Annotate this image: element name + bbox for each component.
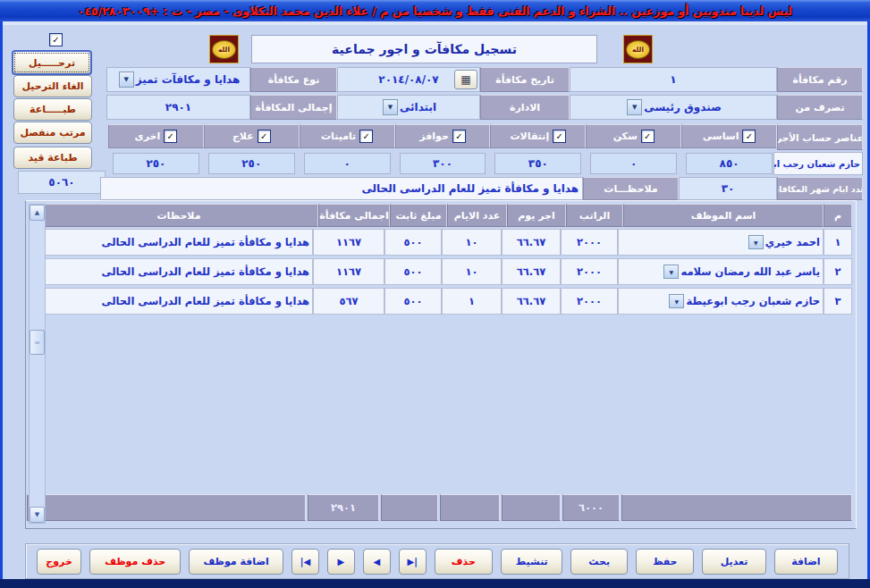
incentives-checkbox[interactable]: ✓ [452,130,466,143]
nav-prev-button[interactable]: ◀ [363,549,391,575]
row-fixed: ٥٠٠ [384,229,442,256]
row-name: ياسر عبد الله رمضان سلامه [680,265,820,278]
row-name-combo[interactable]: احمد خيري ▼ [618,229,824,256]
row-salary: ٢٠٠٠ [561,229,618,256]
days-count-label: عدد ايام شهر المكافاة [777,177,863,200]
titlebar-strip [3,21,867,25]
row-name: حازم شعبان رجب ابوعيطة [686,295,820,307]
chevron-down-icon[interactable]: ▼ [663,265,679,279]
delete-employee-button[interactable]: حذف موظف [89,549,181,575]
edit-button[interactable]: تعديل [702,549,765,575]
header-name: اسم الموظف [623,204,824,227]
nav-next-button[interactable]: ▶ [327,549,355,575]
allah-logo-left: الله [623,35,653,63]
row-name-combo[interactable]: ياسر عبد الله رمضان سلامه ▼ [618,258,824,285]
wage-value-treatment[interactable]: ٢٥٠ [208,153,295,174]
scrollbar-thumb[interactable]: ≡ [30,330,45,355]
chevron-down-icon[interactable]: ▼ [119,71,134,88]
employee-name-side-field: حازم شعبان رجب ابوعيطة [773,152,863,175]
basic-checkbox[interactable]: ✓ [742,130,756,143]
header-fixed: مبلغ ثابت [390,204,447,227]
form-title: تسجيل مكافآت و اجور جماعية [251,35,597,63]
notes-label: ملاحظـــات [583,177,679,200]
delete-button[interactable]: حذف [435,549,494,575]
add-button[interactable]: اضافة [774,549,838,575]
separate-salary-button[interactable]: مرتب منفصل [13,122,92,144]
summary-empty [440,494,500,521]
check-icon: ✓ [644,131,651,141]
table-header-row: م اسم الموظف الراتب اجر يوم عدد الايام م… [45,204,852,227]
header-days: عدد الايام [447,204,507,227]
check-icon: ✓ [746,131,753,141]
wage-value-other[interactable]: ٢٥٠ [113,153,199,174]
row-name-combo[interactable]: حازم شعبان رجب ابوعيطة ▼ [618,288,824,315]
chevron-down-icon[interactable]: ▼ [748,235,764,249]
scroll-up-icon[interactable]: ▲ [30,205,45,221]
window-border-left [0,21,3,579]
employees-table: م اسم الموظف الراتب اجر يوم عدد الايام م… [25,200,857,529]
nav-first-button[interactable]: |◀ [291,549,319,575]
save-button[interactable]: حفظ [636,549,695,575]
exit-button[interactable]: خروج [37,549,81,575]
row-total: ١١٦٧ [313,258,384,285]
disbursed-from-combo[interactable]: صندوق رئيسى ▼ [570,95,777,120]
chevron-down-icon[interactable]: ▼ [383,99,398,115]
treatment-checkbox[interactable]: ✓ [258,130,271,143]
row-days: ١٠ [442,229,502,256]
search-button[interactable]: بحث [570,549,628,575]
chevron-down-icon[interactable]: ▼ [669,294,684,308]
row-fixed: ٥٠٠ [384,258,442,285]
app-window: ليس لدينا مندوبين أو موزعين .. الشراء و … [0,0,870,588]
allah-logo-text: الله [626,40,650,59]
row-salary: ٢٠٠٠ [561,258,618,285]
notes-field[interactable]: هدايا و مكافأة تميز للعام الدراسى الحالى [100,177,583,200]
wage-value-transport[interactable]: ٣٥٠ [494,153,581,174]
chevron-down-icon[interactable]: ▼ [627,99,642,115]
wage-element-label: علاج [232,130,254,142]
transfer-checkbox[interactable]: ✓ [49,33,63,46]
row-days: ١ [442,288,502,315]
scroll-down-icon[interactable]: ▼ [30,507,45,523]
row-daywage: ٦٦.٦٧ [502,258,561,285]
nav-last-button[interactable]: ▶| [399,549,427,575]
transfer-button[interactable]: ترحـــــيل [12,50,92,75]
table-row[interactable]: ٢ ياسر عبد الله رمضان سلامه ▼ ٢٠٠٠ ٦٦.٦٧… [45,258,852,285]
table-scrollbar[interactable]: ▲ ≡ ▼ [29,204,46,524]
add-employee-button[interactable]: اضافة موظف [189,549,283,575]
wage-value-incentives[interactable]: ٣٠٠ [400,153,486,174]
reward-type-combo[interactable]: هدايا و مكافآت تميز ▼ [106,67,250,92]
header-salary: الراتب [566,204,623,227]
check-icon: ✓ [556,131,563,141]
wage-element-basic: ✓اساسى [681,124,777,148]
days-count-field[interactable]: ٣٠ [679,177,777,200]
header-daywage: اجر يوم [507,204,566,227]
wage-element-other: ✓اخرى [108,124,204,148]
reward-number-field[interactable]: ١ [570,67,777,92]
row-total: ١١٦٧ [313,229,384,256]
wage-value-insurance[interactable]: ٠ [304,153,391,174]
table-row[interactable]: ١ احمد خيري ▼ ٢٠٠٠ ٦٦.٦٧ ١٠ ٥٠٠ ١١٦٧ هدا… [45,229,852,256]
transport-checkbox[interactable]: ✓ [553,130,566,143]
total-reward-field: ٢٩٠١ [106,95,250,120]
insurance-checkbox[interactable]: ✓ [359,130,373,143]
reward-date-field[interactable]: ٢٠١٤/٠٨/٠٧ ▦ [337,67,480,92]
housing-checkbox[interactable]: ✓ [641,130,655,143]
print-entry-button[interactable]: طباعة قيد [13,147,92,169]
print-button[interactable]: طبـــــاعة [13,98,92,121]
activate-button[interactable]: تنشيط [501,549,562,575]
summary-salary-total: ٦٠٠٠ [562,494,620,521]
disbursed-from-value: صندوق رئيسى [644,101,721,113]
summary-empty [621,494,852,521]
wage-element-label: تامينات [321,130,356,142]
wage-value-housing[interactable]: ٠ [590,153,677,174]
administration-combo[interactable]: ابتدائى ▼ [337,95,480,120]
disbursed-from-label: تصرف من [777,95,863,120]
wage-value-basic[interactable]: ٨٥٠ [686,153,773,174]
reward-date-value: ٢٠١٤/٠٨/٠٧ [378,73,438,86]
calendar-icon[interactable]: ▦ [454,70,477,89]
window-titlebar[interactable]: ليس لدينا مندوبين أو موزعين .. الشراء و … [0,0,870,21]
cancel-transfer-button[interactable]: الغاء الترحيل [13,75,92,97]
table-row[interactable]: ٣ حازم شعبان رجب ابوعيطة ▼ ٢٠٠٠ ٦٦.٦٧ ١ … [45,288,852,315]
other-checkbox[interactable]: ✓ [164,130,177,143]
wage-element-label: اخرى [135,130,161,142]
